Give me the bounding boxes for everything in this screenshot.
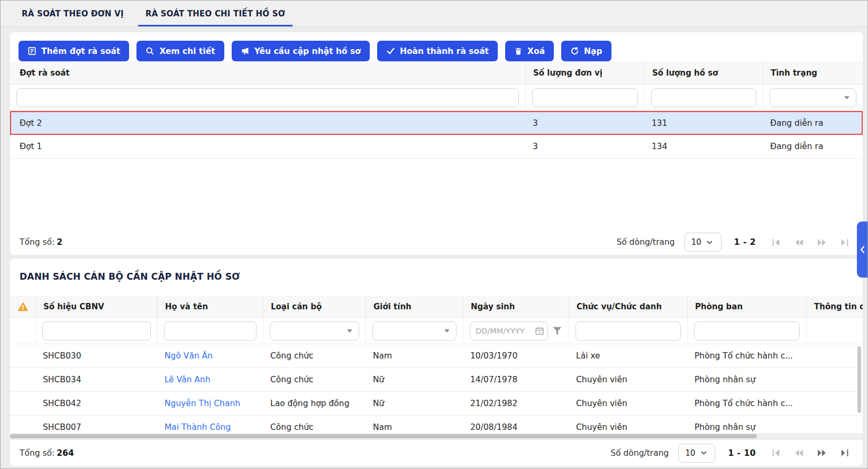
side-drawer-toggle[interactable] — [857, 222, 867, 278]
page-size-label: Số dòng/trang — [617, 237, 675, 247]
column-header: Chức vụ/Chức danh — [569, 296, 687, 317]
batch-name: Đợt 1 — [10, 135, 525, 158]
warning-icon: ! — [17, 301, 29, 311]
total-value: 264 — [57, 448, 74, 458]
staff-name-link[interactable]: Lê Vân Anh — [165, 375, 211, 384]
next-page-icon[interactable] — [817, 448, 826, 457]
add-review-batch-button[interactable]: Thêm đợt rà soát — [19, 41, 129, 61]
column-header: Loại cán bộ — [263, 296, 366, 317]
page-size-select[interactable]: 10 — [678, 444, 715, 463]
staff-code: SHCB007 — [35, 416, 157, 433]
empty-area — [10, 159, 863, 229]
unit-count: 3 — [525, 111, 644, 135]
tab-ra-soat-theo-chi-tiet-ho-so[interactable]: RÀ SOÁT THEO CHI TIẾT HỒ SƠ — [138, 1, 293, 26]
record-count: 134 — [644, 135, 763, 158]
column-header: Ngày sinh — [463, 296, 569, 317]
previous-page-icon[interactable] — [794, 448, 803, 457]
filter-staff-type-select[interactable] — [270, 321, 359, 341]
staff-row[interactable]: SHCB042 Nguyễn Thị Chanh Lao động hợp đồ… — [10, 392, 863, 416]
dob: 14/07/1978 — [463, 368, 569, 391]
staff-type: Công chức — [263, 416, 366, 433]
staff-row[interactable]: SHCB034 Lê Vân Anh Công chức Nữ 14/07/19… — [10, 368, 863, 392]
staff-list-panel: DANH SÁCH CÁN BỘ CẦN CẬP NHẬT HỒ SƠ ! Số… — [10, 259, 863, 466]
toolbar: Thêm đợt rà soát Xem chi tiết Yêu cầu — [10, 32, 863, 61]
status: Đang diễn ra — [763, 111, 863, 135]
page-size-value: 10 — [691, 237, 701, 247]
tab-bar: RÀ SOÁT THEO ĐƠN VỊ RÀ SOÁT THEO CHI TIẾ… — [1, 1, 867, 27]
staff-type: Công chức — [263, 368, 366, 391]
staff-row[interactable]: SHCB007 Mai Thành Công Công chức Nam 20/… — [10, 416, 863, 433]
staff-name-link[interactable]: Mai Thành Công — [165, 422, 231, 432]
staff-name-link[interactable]: Ngô Văn Ân — [165, 351, 213, 361]
filter-department-input[interactable] — [694, 321, 800, 341]
svg-text:!: ! — [21, 304, 24, 311]
request-update-button[interactable]: Yêu cầu cập nhật hồ sơ — [232, 41, 370, 61]
total-count: Tổng số:264 — [20, 448, 74, 458]
filter-record-count-input[interactable] — [651, 88, 756, 107]
total-value: 2 — [57, 237, 62, 247]
previous-page-icon[interactable] — [794, 238, 803, 247]
staff-filter-row: 23 — [10, 318, 863, 344]
staff-row[interactable]: SHCB030 Ngô Văn Ân Công chức Nam 10/03/1… — [10, 344, 863, 368]
filter-name-input[interactable] — [164, 321, 257, 341]
review-row-selected[interactable]: Đợt 2 3 131 Đang diễn ra — [10, 111, 863, 135]
column-header: Đợt rà soát — [10, 61, 525, 84]
button-label: Nạp — [584, 47, 602, 56]
horizontal-scrollbar[interactable] — [10, 433, 863, 439]
dob: 21/02/1982 — [463, 392, 569, 415]
reload-button[interactable]: Nạp — [561, 41, 611, 61]
position: Lái xe — [569, 344, 687, 367]
delete-button[interactable]: Xoá — [505, 41, 554, 61]
column-header: Họ và tên — [157, 296, 263, 317]
chevron-down-icon — [707, 241, 712, 244]
page-size-label: Số dòng/trang — [610, 448, 669, 458]
filter-status-select[interactable] — [770, 88, 856, 107]
chevron-down-icon — [444, 329, 450, 333]
filter-position-input[interactable] — [575, 321, 681, 341]
view-detail-button[interactable]: Xem chi tiết — [136, 41, 224, 61]
department: Phòng nhân sự — [687, 416, 806, 433]
staff-name-link[interactable]: Nguyễn Thị Chanh — [165, 399, 240, 408]
gender: Nữ — [366, 368, 463, 391]
pagination: Số dòng/trang 10 1 - 2 — [617, 233, 849, 252]
staff-table: ! Số hiệu CBNV Họ và tên Loại cán bộ Giớ… — [10, 296, 863, 439]
warning-column-header: ! — [10, 296, 35, 317]
filter-staff-code-input[interactable] — [42, 321, 151, 341]
review-batches-panel: Thêm đợt rà soát Xem chi tiết Yêu cầu — [10, 32, 863, 255]
record-count: 131 — [644, 111, 763, 135]
filter-funnel-icon[interactable] — [552, 326, 562, 336]
staff-code: SHCB042 — [35, 392, 157, 415]
button-label: Xem chi tiết — [159, 47, 215, 56]
column-header: Giới tính — [366, 296, 463, 317]
horizontal-scrollbar-thumb[interactable] — [10, 434, 757, 438]
tab-ra-soat-theo-don-vi[interactable]: RÀ SOÁT THEO ĐƠN VỊ — [14, 1, 131, 26]
page-size-select[interactable]: 10 — [684, 233, 721, 252]
vertical-scrollbar-thumb[interactable] — [857, 346, 861, 413]
staff-table-footer: Tổng số:264 Số dòng/trang 10 1 - 10 — [10, 439, 863, 466]
filter-batch-name-input[interactable] — [16, 88, 519, 107]
staff-type: Lao động hợp đồng — [263, 392, 366, 415]
last-page-icon[interactable] — [840, 238, 849, 247]
filter-gender-select[interactable] — [372, 321, 456, 341]
column-header: Số hiệu CBNV — [35, 296, 157, 317]
chevron-left-icon — [860, 246, 865, 253]
last-page-icon[interactable] — [840, 448, 849, 457]
column-header: Phòng ban — [687, 296, 806, 317]
next-page-icon[interactable] — [817, 238, 826, 247]
complete-review-button[interactable]: Hoàn thành rà soát — [377, 41, 498, 61]
column-header: Số lượng hồ sơ — [644, 61, 763, 84]
review-table-header: Đợt rà soát Số lượng đơn vị Số lượng hồ … — [10, 61, 863, 85]
first-page-icon[interactable] — [772, 238, 781, 247]
page-range: 1 - 10 — [728, 448, 756, 458]
filter-unit-count-input[interactable] — [532, 88, 638, 107]
svg-text:23: 23 — [538, 331, 542, 334]
button-label: Xoá — [527, 47, 545, 56]
review-filter-row — [10, 85, 863, 111]
total-count: Tổng số:2 — [20, 237, 62, 247]
column-header: Tình trạng — [763, 61, 863, 84]
first-page-icon[interactable] — [772, 448, 781, 457]
review-row[interactable]: Đợt 1 3 134 Đang diễn ra — [10, 135, 863, 159]
chevron-down-icon — [844, 96, 849, 99]
page-size-value: 10 — [685, 448, 695, 458]
calendar-icon[interactable]: 23 — [535, 326, 544, 336]
